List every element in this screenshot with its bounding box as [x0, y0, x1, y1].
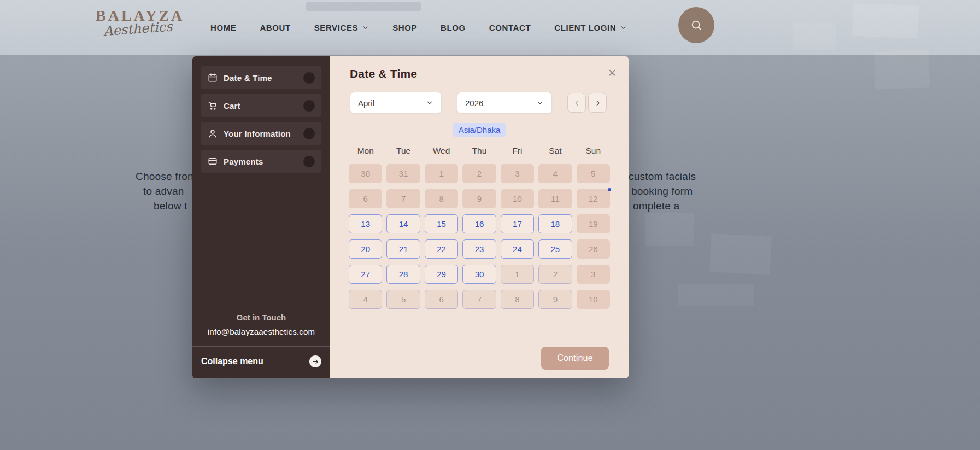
day-cell: 19 [577, 214, 610, 233]
nav-item-about[interactable]: ABOUT [260, 23, 290, 32]
next-month-button[interactable] [588, 93, 607, 113]
contact-block: Get in Touch info@balayzaaesthetics.com [201, 313, 321, 336]
day-cell: 10 [577, 290, 610, 309]
day-number: 9 [477, 194, 482, 203]
day-cell[interactable]: 21 [386, 239, 420, 259]
day-number: 12 [589, 194, 598, 203]
day-cell: 9 [538, 290, 572, 309]
nav-item-label: HOME [210, 23, 236, 32]
timezone-badge[interactable]: Asia/Dhaka [453, 123, 507, 137]
day-cell: 1 [501, 265, 534, 284]
day-number: 6 [363, 194, 368, 203]
wizard-steps: Date & TimeCartYour InformationPayments [201, 66, 321, 178]
day-cell[interactable]: 17 [501, 214, 534, 233]
availability-dot-icon [608, 188, 611, 191]
nav-item-home[interactable]: HOME [210, 23, 236, 32]
day-number: 21 [399, 244, 408, 254]
background-text-fragment: booking form [631, 185, 693, 197]
day-number: 4 [553, 169, 558, 178]
day-cell[interactable]: 15 [425, 214, 458, 233]
close-button[interactable]: ✕ [606, 66, 619, 80]
nav-item-label: BLOG [441, 23, 466, 32]
arrow-right-icon [309, 355, 321, 367]
day-cell[interactable]: 13 [349, 214, 382, 233]
day-number: 18 [551, 219, 560, 229]
nav-item-client-login[interactable]: CLIENT LOGIN [554, 23, 627, 32]
day-cell: 3 [501, 164, 534, 183]
year-select[interactable]: 2026 [457, 92, 552, 114]
nav-item-blog[interactable]: BLOG [441, 23, 466, 32]
nav-item-shop[interactable]: SHOP [392, 23, 417, 32]
step-label: Cart [224, 101, 240, 110]
date-time-panel: Date & Time ✕ April 2026 Asia/Dhak [330, 56, 629, 378]
day-cell: 1 [425, 164, 458, 183]
day-number: 23 [475, 244, 484, 254]
nav-item-label: ABOUT [260, 23, 290, 32]
card-icon [208, 156, 218, 166]
day-number: 15 [437, 219, 446, 229]
day-cell[interactable]: 30 [462, 265, 496, 284]
day-cell: 3 [577, 265, 610, 284]
step-payments[interactable]: Payments [201, 150, 321, 173]
day-number: 5 [401, 295, 406, 304]
day-cell: 11 [538, 189, 572, 208]
step-cart[interactable]: Cart [201, 94, 321, 117]
day-number: 4 [363, 295, 368, 304]
day-cell[interactable]: 18 [538, 214, 572, 233]
day-number: 30 [361, 169, 370, 178]
day-cell[interactable]: 25 [538, 239, 572, 259]
collapse-menu-button[interactable]: Collapse menu [201, 355, 321, 367]
month-select[interactable]: April [350, 92, 442, 114]
day-cell: 30 [349, 164, 382, 183]
chevron-right-icon [594, 99, 602, 107]
day-cell[interactable]: 27 [349, 265, 382, 284]
contact-heading: Get in Touch [201, 313, 321, 322]
step-status-circle [303, 72, 315, 84]
day-number: 13 [361, 219, 370, 229]
timezone-row: Asia/Dhaka [330, 123, 629, 137]
background-text-fragment: Choose fron [136, 171, 193, 183]
background-text-fragment: custom facials [629, 171, 696, 183]
day-cell: 9 [462, 189, 496, 208]
step-status-circle [303, 100, 315, 112]
prev-month-button[interactable] [567, 93, 586, 113]
chevron-down-icon [536, 99, 544, 107]
day-cell[interactable]: 22 [425, 239, 458, 259]
step-your-information[interactable]: Your Information [201, 122, 321, 145]
day-cell[interactable]: 20 [349, 239, 382, 259]
step-date-time[interactable]: Date & Time [201, 66, 321, 89]
continue-button[interactable]: Continue [541, 347, 609, 370]
step-label: Payments [224, 157, 263, 166]
day-number: 31 [399, 169, 408, 178]
nav-item-contact[interactable]: CONTACT [489, 23, 531, 32]
day-number: 7 [401, 194, 406, 203]
day-cell: 4 [349, 290, 382, 309]
contact-email[interactable]: info@balayzaaesthetics.com [201, 327, 321, 336]
day-cell[interactable]: 16 [462, 214, 496, 233]
day-number: 5 [591, 169, 595, 178]
brand-logo[interactable]: BALAYZA Aesthetics [96, 7, 184, 36]
day-number: 9 [553, 295, 558, 304]
day-cell[interactable]: 29 [425, 265, 458, 284]
day-number: 3 [591, 270, 595, 279]
day-cell[interactable]: 14 [386, 214, 420, 233]
day-cell: 6 [349, 189, 382, 208]
day-cell[interactable]: 23 [462, 239, 496, 259]
day-number: 30 [475, 270, 484, 279]
day-cell[interactable]: 24 [501, 239, 534, 259]
weekday-label: Thu [462, 146, 496, 156]
weekday-label: Sat [538, 146, 572, 156]
day-number: 29 [437, 270, 446, 279]
day-cell: 8 [501, 290, 534, 309]
search-button[interactable] [678, 7, 714, 43]
day-number: 22 [437, 244, 446, 254]
nav-item-services[interactable]: SERVICES [314, 23, 369, 32]
panel-header: Date & Time [330, 56, 629, 80]
day-number: 1 [515, 270, 519, 279]
background-text-fragment: to advan [143, 185, 184, 197]
month-nav [567, 93, 607, 113]
step-status-circle [303, 156, 315, 167]
day-number: 26 [589, 244, 598, 254]
collapse-menu-label: Collapse menu [201, 357, 263, 366]
day-cell[interactable]: 28 [386, 265, 420, 284]
